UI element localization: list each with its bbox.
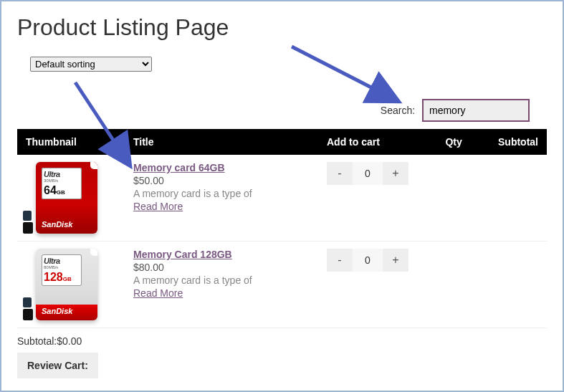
thumb-capacity: 128 bbox=[44, 271, 63, 283]
quantity-stepper: - 0 + bbox=[327, 162, 408, 185]
subtotal-label: Subtotal: bbox=[17, 335, 57, 347]
review-cart-button[interactable]: Review Cart: bbox=[17, 353, 98, 378]
thumb-brand: SanDisk bbox=[42, 307, 72, 315]
product-price: $50.00 bbox=[133, 175, 310, 186]
product-description: A memory card is a type of bbox=[133, 274, 310, 286]
qty-cell bbox=[426, 155, 471, 242]
qty-minus-button[interactable]: - bbox=[327, 162, 353, 185]
thumb-capacity: 64 bbox=[44, 184, 57, 196]
subtotal-cell bbox=[471, 242, 547, 328]
page-title: Product Listing Page bbox=[17, 14, 547, 41]
product-thumbnail: Ultra 30MB/s 64GB SanDisk bbox=[26, 162, 112, 234]
addtocart-cell: - 0 + bbox=[318, 155, 426, 242]
microsd-icon bbox=[23, 297, 34, 320]
col-addtocart: Add to cart bbox=[318, 129, 426, 155]
thumb-speed: 30MB/s bbox=[44, 178, 80, 183]
col-thumbnail: Thumbnail bbox=[17, 129, 125, 155]
qty-cell bbox=[426, 242, 471, 328]
qty-minus-button[interactable]: - bbox=[327, 249, 353, 272]
product-table: Thumbnail Title Add to cart Qty Subtotal… bbox=[17, 129, 547, 328]
sdcard-icon: Ultra 30MB/s 64GB SanDisk bbox=[36, 162, 97, 234]
thumbnail-cell: Ultra 30MB/s 64GB SanDisk bbox=[17, 155, 125, 242]
qty-plus-button[interactable]: + bbox=[383, 249, 408, 272]
product-title-link[interactable]: Memory Card 128GB bbox=[133, 249, 232, 260]
sort-select[interactable]: Default sorting bbox=[30, 57, 152, 72]
thumb-gb: GB bbox=[57, 189, 65, 196]
read-more-link[interactable]: Read More bbox=[133, 201, 183, 212]
qty-plus-button[interactable]: + bbox=[383, 162, 408, 185]
table-row: Ultra 30MB/s 64GB SanDisk Memory card 64… bbox=[17, 155, 547, 242]
sdcard-icon: Ultra 80MB/s 128GB SanDisk bbox=[36, 249, 97, 320]
svg-line-0 bbox=[292, 47, 399, 102]
thumb-ultra: Ultra bbox=[44, 257, 80, 265]
subtotal-cell bbox=[471, 155, 547, 242]
table-header: Thumbnail Title Add to cart Qty Subtotal bbox=[17, 129, 547, 155]
col-subtotal: Subtotal bbox=[471, 129, 547, 155]
product-price: $80.00 bbox=[133, 262, 310, 273]
footer: Subtotal:$0.00 Review Cart: bbox=[17, 335, 547, 378]
microsd-icon bbox=[23, 211, 34, 234]
quantity-stepper: - 0 + bbox=[327, 249, 408, 272]
addtocart-cell: - 0 + bbox=[318, 242, 426, 328]
thumb-ultra: Ultra bbox=[44, 170, 80, 178]
search-input[interactable] bbox=[422, 99, 530, 122]
table-row: Ultra 80MB/s 128GB SanDisk Memory Card 1… bbox=[17, 242, 547, 328]
thumb-brand: SanDisk bbox=[42, 220, 72, 229]
title-cell: Memory Card 128GB $80.00 A memory card i… bbox=[125, 242, 318, 328]
product-title-link[interactable]: Memory card 64GB bbox=[133, 162, 225, 173]
thumb-speed: 80MB/s bbox=[44, 265, 80, 269]
col-qty: Qty bbox=[426, 129, 471, 155]
product-thumbnail: Ultra 80MB/s 128GB SanDisk bbox=[26, 249, 112, 320]
col-title: Title bbox=[125, 129, 318, 155]
thumb-gb: GB bbox=[63, 276, 72, 282]
search-label: Search: bbox=[381, 105, 415, 116]
read-more-link[interactable]: Read More bbox=[133, 287, 183, 299]
qty-value: 0 bbox=[353, 249, 383, 272]
title-cell: Memory card 64GB $50.00 A memory card is… bbox=[125, 155, 318, 242]
thumbnail-cell: Ultra 80MB/s 128GB SanDisk bbox=[17, 242, 125, 328]
qty-value: 0 bbox=[353, 162, 383, 185]
subtotal-value: $0.00 bbox=[57, 335, 82, 347]
product-description: A memory card is a type of bbox=[133, 188, 310, 199]
search-row: Search: bbox=[17, 99, 547, 122]
app-frame: Product Listing Page Default sorting Sea… bbox=[0, 0, 564, 392]
